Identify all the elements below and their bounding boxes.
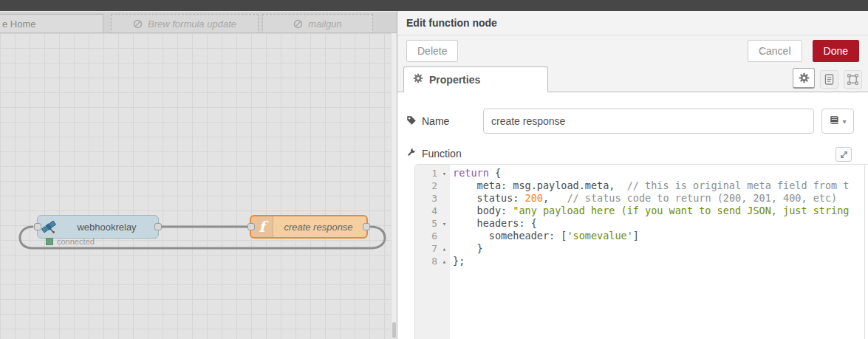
webhookrelay-status: connected (46, 237, 95, 246)
function-label: Function (406, 147, 483, 160)
flow-tab-brew-label: Brew formula update (148, 18, 236, 30)
gutter-row: 7▴ (415, 242, 450, 255)
library-button[interactable]: ▾ (821, 109, 854, 134)
fold-widget-icon[interactable]: ▴ (439, 245, 450, 253)
disabled-flow-icon (133, 19, 143, 29)
flow-workspace: e Home Brew formula update mailgun (0, 11, 397, 339)
fold-widget-icon[interactable]: ▾ (439, 220, 450, 227)
scrollbar-thumb[interactable] (392, 322, 396, 338)
line-number: 4 (415, 205, 439, 216)
description-tab-button[interactable] (820, 70, 838, 89)
node-webhookrelay-label: webhookrelay (60, 222, 158, 233)
gutter-row: 5▾ (415, 217, 450, 230)
gutter-row: 8▴ (415, 255, 450, 267)
tray-tab-row: Properties (397, 66, 868, 92)
delete-button[interactable]: Delete (406, 40, 458, 62)
book-icon (829, 114, 839, 128)
disabled-flow-icon (293, 19, 303, 29)
node-edit-form: Name ▾ (397, 92, 868, 339)
flow-tab-home[interactable]: e Home (0, 14, 103, 33)
tab-properties-label: Properties (429, 74, 480, 86)
flow-tab-bar: e Home Brew formula update mailgun (0, 11, 397, 33)
chevron-down-icon: ▾ (842, 117, 846, 126)
gutter-row: 1▾ (415, 167, 450, 179)
gutter-row: 3 (415, 192, 450, 205)
code-line: meta: msg.payload.meta, // this is origi… (453, 179, 868, 192)
line-number: 7 (415, 243, 439, 254)
code-line: someheader: ['somevalue'] (453, 230, 868, 242)
cancel-button[interactable]: Cancel (748, 40, 802, 62)
code-line: body: "any payload here (if you want to … (453, 205, 868, 217)
canvas-vertical-scrollbar[interactable] (391, 33, 397, 339)
tab-properties[interactable]: Properties (403, 66, 548, 92)
wrench-icon (406, 147, 417, 160)
gutter-row: 4 (415, 205, 450, 217)
code-line: } (453, 242, 868, 255)
flow-tab-mailgun-label: mailgun (308, 18, 342, 30)
node-create-response-label: create response (273, 222, 366, 233)
line-number: 2 (415, 180, 439, 191)
line-number: 6 (415, 230, 439, 242)
line-number: 8 (415, 256, 439, 267)
code-lines: return { meta: msg.payload.meta, // this… (450, 165, 868, 339)
fold-widget-icon[interactable]: ▴ (439, 258, 450, 265)
code-line: }; (453, 255, 868, 267)
editor-gutter: 1▾2345▾67▴8▴ (415, 165, 450, 339)
tray-title: Edit function node (397, 11, 868, 35)
print-margin-line (864, 165, 865, 339)
flow-canvas[interactable]: webhookrelay f create response connected (0, 33, 391, 339)
code-line: return { (453, 167, 868, 179)
tray-tab-buttons (793, 68, 862, 89)
code-line: status: 200, // status code to return (2… (453, 192, 868, 205)
status-text: connected (57, 237, 95, 246)
wire-layer (0, 33, 391, 339)
gear-icon (413, 73, 423, 86)
gutter-row: 2 (415, 179, 450, 192)
line-number: 1 (415, 168, 439, 179)
name-label: Name (406, 115, 483, 128)
properties-tab-button[interactable] (793, 68, 815, 89)
gutter-row: 6 (415, 230, 450, 242)
function-input-port[interactable] (247, 223, 255, 230)
function-field-row: Function (406, 147, 854, 160)
expand-editor-button[interactable] (835, 147, 852, 162)
line-number: 3 (415, 193, 439, 204)
flow-tab-home-label: e Home (2, 18, 36, 30)
appearance-tab-button[interactable] (844, 70, 862, 89)
tray-toolbar: Delete Cancel Done (397, 35, 868, 66)
webhookrelay-output-port[interactable] (154, 223, 162, 230)
fold-widget-icon[interactable]: ▾ (439, 170, 450, 177)
function-output-port[interactable] (363, 223, 370, 230)
app-header-bar (0, 0, 868, 11)
webhookrelay-input-port[interactable] (34, 223, 41, 230)
name-input[interactable] (483, 109, 814, 134)
node-red-window: e Home Brew formula update mailgun (0, 0, 868, 339)
line-number: 5 (415, 218, 439, 229)
done-button[interactable]: Done (813, 40, 859, 62)
tag-icon (406, 115, 417, 128)
node-create-response[interactable]: f create response (250, 215, 368, 239)
flow-tab-brew-formula-update[interactable]: Brew formula update (111, 14, 259, 33)
function-code-editor[interactable]: 1▾2345▾67▴8▴ return { meta: msg.payload.… (414, 164, 868, 339)
status-dot-connected (46, 238, 53, 245)
flow-tab-mailgun[interactable]: mailgun (262, 14, 373, 33)
edit-tray: Edit function node Delete Cancel Done (397, 11, 868, 339)
code-line: headers: { (453, 217, 868, 230)
name-field-row: Name ▾ (406, 109, 854, 134)
node-webhookrelay[interactable]: webhookrelay (37, 215, 159, 239)
